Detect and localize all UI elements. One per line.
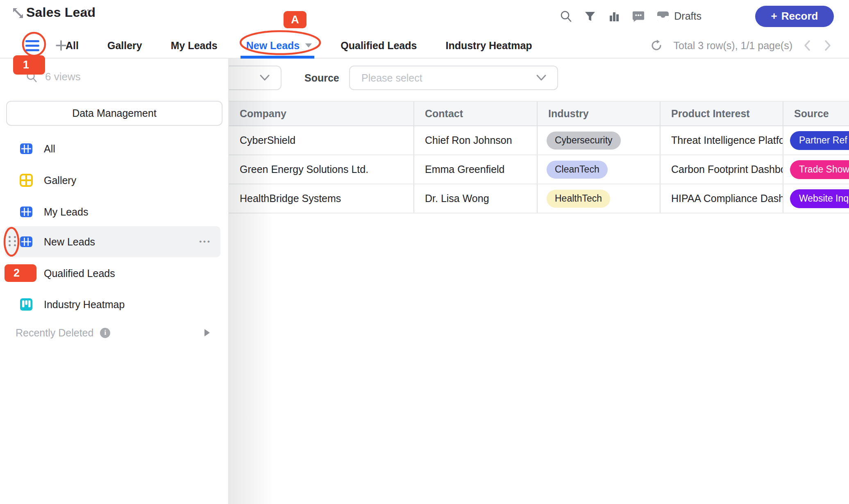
cell-company[interactable]: HealthBridge Systems: [229, 184, 414, 213]
leads-table: Company Contact Industry Product Interes…: [229, 101, 849, 213]
chevron-right-icon: [204, 329, 210, 336]
column-header-company[interactable]: Company: [229, 102, 414, 125]
search-icon: [25, 71, 38, 83]
tab-my-leads[interactable]: My Leads: [171, 32, 218, 59]
cell-contact[interactable]: Dr. Lisa Wong: [414, 184, 538, 213]
chevron-down-icon: [259, 74, 271, 82]
search-icon[interactable]: [559, 10, 572, 23]
cell-contact[interactable]: Chief Ron Johnson: [414, 126, 538, 154]
next-page-icon[interactable]: [824, 39, 832, 52]
industry-tag[interactable]: CleanTech: [547, 161, 608, 179]
source-filter-placeholder: Please select: [361, 66, 422, 89]
kanban-cyan-icon: [20, 298, 33, 311]
chevron-down-icon: [535, 74, 547, 82]
source-tag[interactable]: Website Inq: [790, 189, 849, 208]
tab-gallery[interactable]: Gallery: [107, 32, 142, 59]
view-item-gallery[interactable]: Gallery: [0, 165, 229, 196]
plus-icon: +: [771, 10, 777, 23]
drafts-inbox-icon: [656, 9, 670, 23]
prev-page-icon[interactable]: [803, 39, 811, 52]
view-item-my-leads[interactable]: My Leads: [0, 196, 229, 227]
top-bar: Sales Lead ••• Drafts + Record: [0, 0, 849, 32]
cell-product-interest[interactable]: Carbon Footprint Dashbo: [661, 155, 783, 184]
view-more-menu-icon[interactable]: •••: [199, 238, 211, 246]
industry-tag[interactable]: HealthTech: [547, 190, 610, 208]
industry-tag[interactable]: Cybersecurity: [547, 132, 621, 150]
source-tag[interactable]: Trade Show: [790, 160, 849, 179]
view-item-new-leads[interactable]: New Leads •••: [5, 226, 220, 257]
chevron-down-icon[interactable]: [305, 43, 312, 48]
table-row[interactable]: Green Energy Solutions Ltd. Emma Greenfi…: [229, 155, 849, 184]
table-row[interactable]: CyberShield Chief Ron Johnson Cybersecur…: [229, 126, 849, 155]
cell-company[interactable]: Green Energy Solutions Ltd.: [229, 155, 414, 184]
drafts-label: Drafts: [674, 10, 701, 22]
table-header-row: Company Contact Industry Product Interes…: [229, 101, 849, 126]
drag-handle-icon[interactable]: [9, 236, 17, 247]
cell-company[interactable]: CyberShield: [229, 126, 414, 154]
grid-table-blue-icon: [20, 235, 33, 248]
cell-contact[interactable]: Emma Greenfield: [414, 155, 538, 184]
column-header-industry[interactable]: Industry: [538, 102, 661, 125]
view-list-menu-icon[interactable]: [25, 38, 43, 53]
view-item-qualified-leads[interactable]: Qualified Leads: [0, 258, 229, 289]
recently-deleted-item[interactable]: Recently Deleted i: [0, 317, 229, 348]
view-tab-bar: All Gallery My Leads New Leads Qualified…: [0, 32, 849, 59]
expand-diagonal-icon[interactable]: [11, 6, 25, 20]
grid-table-blue-icon: [20, 142, 33, 155]
grid-table-blue-icon: [20, 205, 33, 218]
tab-qualified-leads[interactable]: Qualified Leads: [341, 32, 417, 59]
views-dropdown-panel: 6 views Data Management All Gallery My L…: [0, 59, 229, 504]
data-management-button[interactable]: Data Management: [6, 101, 222, 126]
tab-new-leads[interactable]: New Leads: [246, 32, 312, 59]
view-item-all[interactable]: All: [0, 133, 229, 164]
cell-product-interest[interactable]: HIPAA Compliance Dash: [661, 184, 783, 213]
add-record-button[interactable]: + Record: [755, 6, 834, 27]
gallery-yellow-icon: [20, 174, 33, 187]
source-tag[interactable]: Partner Ref: [790, 131, 849, 150]
view-tabs: All Gallery My Leads New Leads Qualified…: [66, 32, 532, 59]
title-more-menu[interactable]: •••: [84, 7, 94, 14]
tab-industry-heatmap[interactable]: Industry Heatmap: [445, 32, 532, 59]
tab-all[interactable]: All: [66, 32, 79, 59]
column-header-product-interest[interactable]: Product Interest: [661, 102, 783, 125]
row-count-label: Total 3 row(s), 1/1 page(s): [674, 40, 792, 52]
filter-icon[interactable]: [583, 10, 597, 23]
info-icon: i: [100, 328, 110, 338]
column-header-contact[interactable]: Contact: [414, 102, 538, 125]
drafts-button[interactable]: Drafts: [656, 9, 701, 23]
table-row[interactable]: HealthBridge Systems Dr. Lisa Wong Healt…: [229, 184, 849, 213]
chart-icon[interactable]: [608, 10, 621, 23]
source-filter-label: Source: [304, 66, 339, 90]
source-filter-select[interactable]: Please select: [349, 66, 558, 90]
view-item-industry-heatmap[interactable]: Industry Heatmap: [0, 289, 229, 320]
column-header-source[interactable]: Source: [783, 102, 849, 125]
comment-icon[interactable]: [632, 10, 645, 23]
refresh-icon[interactable]: [650, 39, 663, 52]
cell-product-interest[interactable]: Threat Intelligence Platfo: [661, 126, 783, 154]
views-search-input[interactable]: 6 views: [0, 59, 229, 95]
views-search-placeholder: 6 views: [45, 68, 81, 86]
